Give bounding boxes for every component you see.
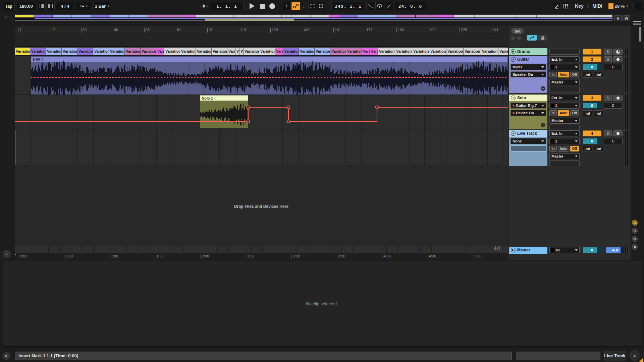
guitar-input-type[interactable]: Ext. In: [549, 56, 580, 62]
master-volume-field[interactable]: -6.0: [605, 247, 624, 253]
set-locator-button[interactable]: Set: [511, 28, 524, 34]
lock-envelopes-button[interactable]: [538, 35, 547, 41]
guitar-monitor-off[interactable]: Off: [570, 72, 579, 77]
livetrack-output-chooser[interactable]: Master: [549, 153, 580, 159]
drop-zone[interactable]: Drop Files and Devices Here: [15, 166, 508, 247]
variation-clip[interactable]: Variation: [156, 48, 164, 55]
drums-freeze-button[interactable]: [613, 49, 623, 55]
livetrack-output-channel[interactable]: [549, 160, 580, 166]
variation-clip[interactable]: Variation: [315, 48, 330, 55]
variation-clip[interactable]: Variation: [93, 48, 109, 55]
solo-device1-chooser[interactable]: Guitar Rig 7: [511, 103, 546, 109]
track-header-guitar[interactable]: ▼Guitar Mixer Speaker On +: [509, 56, 547, 93]
punch-in-button[interactable]: [366, 2, 374, 10]
livetrack-input-type[interactable]: Ext. In: [549, 130, 580, 136]
capture-selection-button[interactable]: [308, 2, 316, 10]
guitar-monitor-auto[interactable]: Auto: [558, 72, 569, 77]
draw-mode-button[interactable]: [552, 2, 561, 10]
zoom-height-button[interactable]: H: [614, 15, 622, 21]
solo-c-button[interactable]: C: [604, 103, 623, 109]
next-locator-button[interactable]: →: [517, 36, 522, 41]
guitar-solo-button[interactable]: S: [604, 56, 612, 62]
livetrack-device1-chooser[interactable]: None: [511, 138, 546, 144]
variation-clip[interactable]: Variation: [259, 48, 275, 55]
bar-ruler[interactable]: 1173349658197113129145161177193209225241: [15, 26, 508, 34]
loop-start-field[interactable]: 249. 1. 1: [331, 2, 365, 10]
variation-clip[interactable]: Variation: [498, 48, 508, 55]
solo-monitor-in[interactable]: In: [549, 110, 557, 116]
variation-clip[interactable]: Variation: [227, 48, 235, 55]
midi-overdub-button[interactable]: +: [283, 2, 291, 10]
scrub-area[interactable]: [15, 34, 508, 47]
guitar-volume-field-2[interactable]: -inf: [594, 72, 603, 78]
variation-clip[interactable]: Variation: [370, 48, 378, 55]
automation-breakpoint[interactable]: [287, 106, 290, 109]
variation-clip[interactable]: Variation: [244, 48, 259, 55]
variation-clip[interactable]: Variation: [464, 48, 481, 55]
variation-clip[interactable]: Variation: [125, 48, 141, 55]
nudge-up-button[interactable]: [47, 2, 55, 10]
track-header-master[interactable]: ▶Master: [509, 247, 547, 254]
guitar-pan-knob[interactable]: 0: [583, 64, 601, 70]
guitar-arm-button[interactable]: [613, 56, 623, 62]
status-secondary-field[interactable]: [516, 352, 600, 360]
session-record-button[interactable]: [317, 2, 325, 10]
solo-output-channel[interactable]: [549, 125, 580, 131]
stop-all-clips-button[interactable]: [632, 244, 638, 250]
automation-mode-button[interactable]: [527, 35, 537, 41]
guitar-device1-chooser[interactable]: Mixer: [511, 64, 546, 70]
time-signature-marker[interactable]: 4/1: [494, 246, 501, 252]
stop-button[interactable]: [258, 2, 266, 10]
variation-clip[interactable]: Variation: [362, 48, 370, 55]
variation-clip[interactable]: Variation: [299, 48, 315, 55]
solo-monitor-auto[interactable]: Auto: [558, 110, 569, 116]
variation-clip[interactable]: Variation: [77, 48, 93, 55]
loop-length-field[interactable]: 24. 0. 0: [394, 2, 426, 10]
automation-breakpoint[interactable]: [376, 106, 379, 109]
fold-icon[interactable]: ▼: [511, 96, 516, 100]
master-pan-knob[interactable]: 0: [583, 247, 601, 253]
metronome-button[interactable]: ○● ▼: [76, 2, 92, 10]
hav-automation-dashed-line[interactable]: [31, 77, 508, 78]
automation-breakpoint[interactable]: [247, 106, 250, 109]
status-message-field[interactable]: Insert Mark 1.1.1 (Time: 0:00): [15, 352, 512, 360]
add-automation-lane-button[interactable]: +: [541, 123, 545, 127]
variation-clip[interactable]: Variation: [141, 48, 156, 55]
track-header-live-track[interactable]: ▼Live Track None: [509, 130, 547, 166]
key-map-button[interactable]: Key: [572, 2, 586, 10]
solo-volume-field[interactable]: -inf: [583, 110, 592, 116]
arrangement-overview[interactable]: [15, 14, 612, 21]
automation-breakpoint[interactable]: [287, 120, 290, 123]
variation-clip[interactable]: Variation: [30, 48, 46, 55]
variation-clip[interactable]: Variation: [330, 48, 346, 55]
fold-icon[interactable]: ▼: [511, 131, 516, 136]
reenable-automation-button[interactable]: ←: [301, 2, 308, 10]
livetrack-track-number[interactable]: 4: [583, 130, 601, 136]
solo-input-type[interactable]: Ext. In: [549, 95, 580, 101]
variation-clip[interactable]: Variation: [395, 48, 412, 55]
automation-arm-button[interactable]: [291, 2, 300, 10]
variation-clip[interactable]: Variation: [275, 48, 283, 55]
variation-clip[interactable]: Variation: [446, 48, 464, 55]
variation-clip[interactable]: Variation: [239, 48, 244, 55]
hav-clip-body[interactable]: [31, 62, 508, 95]
solo-volume-field-2[interactable]: -inf: [594, 110, 603, 116]
solo-track-lane[interactable]: Solo 1: [15, 95, 508, 129]
livetrack-solo-button[interactable]: S: [604, 130, 612, 136]
loop-switch[interactable]: [375, 2, 384, 10]
solo-track-number[interactable]: 3: [583, 95, 601, 101]
solo-pan-knob[interactable]: 0: [583, 103, 601, 109]
unfold-icon[interactable]: ▶: [511, 49, 516, 54]
variation-clip[interactable]: Variation: [346, 48, 362, 55]
edge-toggle-d[interactable]: D: [632, 220, 638, 226]
solo-monitor-off[interactable]: Off: [570, 110, 579, 116]
midi-map-button[interactable]: MIDI: [590, 2, 605, 10]
variation-clip[interactable]: Variation: [164, 48, 180, 55]
variation-clip[interactable]: Variation: [283, 48, 299, 55]
solo-automation-line[interactable]: [15, 95, 508, 129]
livetrack-selected-slot[interactable]: [511, 145, 546, 152]
livetrack-monitor-auto[interactable]: Auto: [558, 146, 569, 152]
drums-track-number[interactable]: 1: [583, 49, 601, 55]
variation-clip[interactable]: Variation: [212, 48, 227, 55]
add-automation-lane-button[interactable]: +: [541, 86, 545, 91]
